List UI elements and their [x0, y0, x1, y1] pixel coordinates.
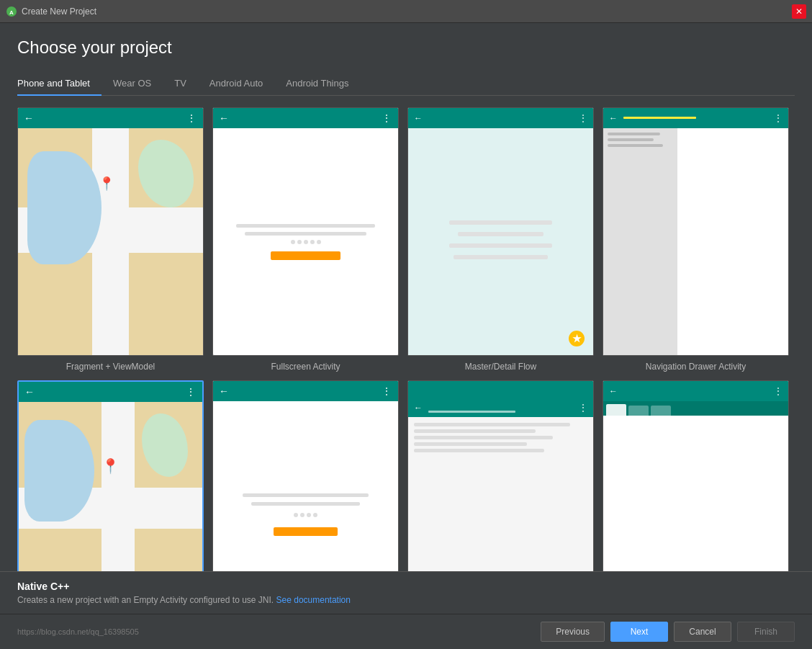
tab-phone-tablet[interactable]: Phone and Tablet	[17, 72, 102, 96]
menu-dots-icon: ⋮	[382, 112, 392, 124]
tab-tv[interactable]: TV	[163, 72, 198, 96]
card-image-login: ← ⋮	[212, 380, 399, 571]
title-bar: A Create New Project ✕	[0, 0, 812, 23]
selected-activity-description: Creates a new project with an Empty Acti…	[17, 595, 795, 605]
card-scrolling-activity[interactable]: ← ⋮ Scrolling Activity	[407, 380, 594, 571]
card-image-master-detail: ← ⋮ ★	[407, 107, 594, 356]
card-label-nav-drawer: Navigation Drawer Activity	[646, 362, 746, 372]
main-content: Choose your project Phone and Tablet Wea…	[0, 23, 812, 571]
bottom-info-section: Native C++ Creates a new project with an…	[0, 571, 812, 614]
next-button[interactable]: Next	[610, 622, 668, 642]
footer: https://blog.csdn.net/qq_16398505 Previo…	[0, 614, 812, 649]
card-label-master-detail: Master/Detail Flow	[465, 362, 536, 372]
menu-tab-icon: ⋮	[774, 386, 782, 396]
card-label-fullscreen: Fullscreen Activity	[271, 362, 340, 372]
menu-dots-icon: ⋮	[186, 112, 197, 124]
back-arrow-icon: ←	[219, 112, 229, 124]
menu-login-icon: ⋮	[382, 385, 392, 397]
back-login-icon: ←	[219, 385, 229, 397]
card-image-fragment-viewmodel: ← ⋮ 📍	[17, 107, 204, 356]
tab-wear-os[interactable]: Wear OS	[102, 72, 163, 96]
back-tab-icon: ←	[609, 386, 618, 396]
back-nav-icon: ←	[609, 113, 618, 123]
tab-android-auto[interactable]: Android Auto	[198, 72, 274, 96]
card-image-google-maps: ← ⋮ 📍	[17, 380, 204, 571]
back-scroll-icon: ←	[414, 403, 423, 413]
card-master-detail[interactable]: ← ⋮ ★ Master/Detail Flow	[407, 107, 594, 372]
svg-text:A: A	[9, 9, 14, 16]
page-title: Choose your project	[17, 37, 795, 58]
back-icon: ←	[414, 113, 423, 123]
card-google-maps[interactable]: ← ⋮ 📍 Google Maps Activity	[17, 380, 204, 571]
tab-bar: Phone and Tablet Wear OS TV Android Auto…	[17, 72, 795, 96]
card-fragment-viewmodel[interactable]: ← ⋮ 📍 Fragment + ViewModel	[17, 107, 204, 372]
card-fullscreen-activity[interactable]: ← ⋮	[212, 107, 399, 372]
back-arrow-icon: ←	[24, 112, 34, 124]
card-image-scrolling: ← ⋮	[407, 380, 594, 571]
menu-nav-icon: ⋮	[774, 113, 782, 123]
selected-activity-title: Native C++	[17, 581, 795, 592]
cancel-button[interactable]: Cancel	[674, 622, 731, 642]
window-title: Create New Project	[22, 6, 792, 17]
menu-map-icon: ⋮	[186, 386, 197, 398]
close-button[interactable]: ✕	[792, 4, 806, 19]
card-image-nav-drawer: ← ⋮	[603, 107, 789, 356]
card-login-activity[interactable]: ← ⋮ Logi	[212, 380, 399, 571]
previous-button[interactable]: Previous	[541, 622, 605, 642]
menu-icon: ⋮	[579, 113, 587, 123]
footer-url: https://blog.csdn.net/qq_16398505	[17, 627, 139, 636]
tab-android-things[interactable]: Android Things	[274, 72, 360, 96]
card-label-fragment-viewmodel: Fragment + ViewModel	[66, 362, 155, 372]
card-tabbed-activity[interactable]: ← ⋮ Tabbed Activity	[603, 380, 789, 571]
back-map-icon: ←	[24, 386, 35, 398]
card-navigation-drawer[interactable]: ← ⋮ Navi	[603, 107, 789, 372]
finish-button[interactable]: Finish	[737, 622, 795, 642]
activity-grid: ← ⋮ 📍 Fragment + ViewModel	[17, 107, 795, 571]
card-image-tabbed: ← ⋮	[603, 380, 789, 571]
card-image-fullscreen: ← ⋮	[212, 107, 399, 356]
see-documentation-link[interactable]: See documentation	[276, 595, 351, 605]
menu-scroll-icon: ⋮	[579, 403, 587, 413]
app-icon: A	[6, 6, 17, 17]
